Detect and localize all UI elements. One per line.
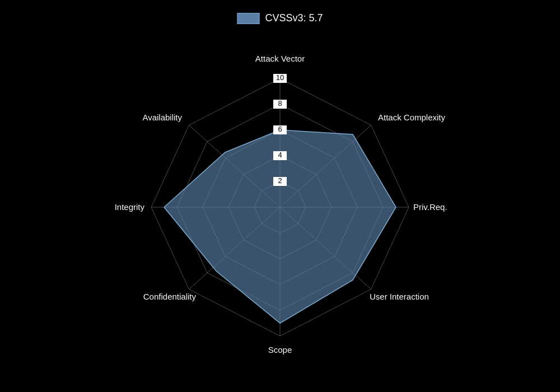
- scale-label-6: 6: [278, 125, 282, 133]
- label-attack-complexity: Attack Complexity: [378, 113, 446, 122]
- radar-chart: .grid-line { stroke: #888; stroke-width:…: [0, 0, 560, 392]
- scale-label-2: 2: [278, 176, 282, 185]
- label-attack-vector: Attack Vector: [255, 54, 305, 63]
- chart-container: CVSSv3: 5.7 .grid-line { stroke: #888; s…: [0, 0, 560, 392]
- label-user-interaction: User Interaction: [370, 292, 429, 301]
- legend-color-box: [237, 13, 259, 24]
- legend-label: CVSSv3: 5.7: [265, 12, 323, 24]
- label-scope: Scope: [268, 345, 292, 354]
- label-priv-req: Priv.Req.: [413, 202, 447, 212]
- label-confidentiality: Confidentiality: [143, 292, 197, 301]
- label-availability: Availability: [142, 113, 182, 122]
- scale-label-8: 8: [278, 99, 282, 108]
- label-integrity: Integrity: [115, 202, 145, 212]
- legend: CVSSv3: 5.7: [237, 12, 323, 24]
- scale-label-4: 4: [278, 151, 282, 159]
- scale-label-10: 10: [276, 73, 284, 82]
